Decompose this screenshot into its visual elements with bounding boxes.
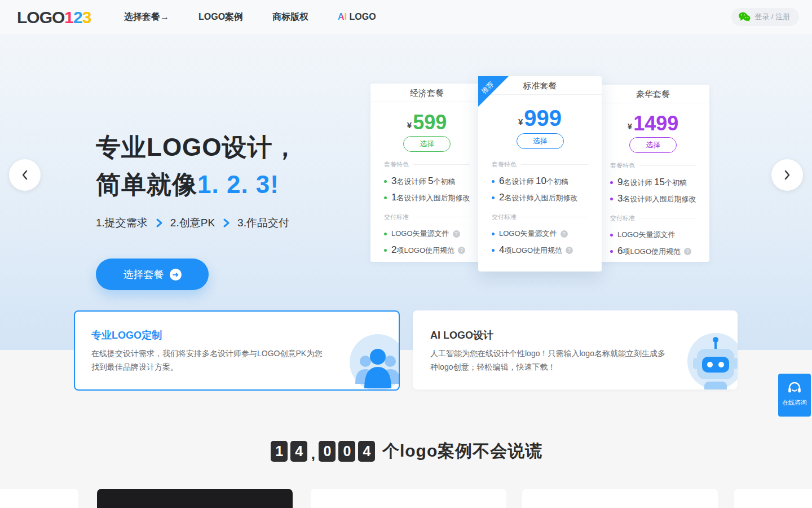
- feature-row: 2名设计师入围后期修改: [492, 192, 588, 203]
- info-card-body: 人工智能为您在线设计个性logo！只需输入logo名称就能立刻生成多种logo创…: [430, 347, 667, 374]
- gallery-card[interactable]: [0, 489, 78, 508]
- help-icon[interactable]: ?: [453, 230, 460, 238]
- help-icon[interactable]: ?: [566, 247, 573, 254]
- hero-steps: 1.提交需求 2.创意PK 3.作品交付: [96, 216, 289, 230]
- select-plan-button[interactable]: 选择: [629, 137, 677, 153]
- login-register-label: 登录 / 注册: [754, 12, 790, 22]
- delivery-row: 6项LOGO使用规范?: [610, 246, 696, 257]
- plan-card-economy: 经济套餐 ¥599 选择 套餐特色 3名设计师 5个初稿 1名设计师入围后期修改…: [370, 84, 483, 262]
- step-1: 1.提交需求: [96, 216, 148, 230]
- hero-title-line1: 专业LOGO设计，: [96, 133, 298, 161]
- bullet-dot: [610, 234, 613, 237]
- nav-item-logo-cases[interactable]: LOGO案例: [198, 11, 243, 23]
- login-register-button[interactable]: 登录 / 注册: [731, 8, 799, 26]
- step-3: 3.作品交付: [237, 216, 289, 230]
- delivery-label: 交付标准: [384, 213, 470, 221]
- gallery-card[interactable]: [97, 489, 293, 508]
- bullet-dot: [384, 180, 387, 183]
- info-card-title: AI LOGO设计: [430, 329, 493, 342]
- delivery-row: LOGO矢量源文件?: [610, 229, 696, 240]
- price-value: 599: [413, 111, 447, 134]
- features-label: 套餐特色: [492, 160, 588, 169]
- plan-card-standard: 标准套餐 推荐 ¥999 选择 套餐特色 6名设计师 10个初稿 2名设计师入围…: [478, 76, 602, 271]
- plan-card-deluxe: 豪华套餐 ¥1499 选择 套餐特色 9名设计师 15个初稿 3名设计师入围后期…: [597, 85, 709, 262]
- bullet-dot: [492, 180, 495, 183]
- delivery-row: 4项LOGO使用规范?: [492, 244, 588, 256]
- carousel-next-button[interactable]: [771, 159, 803, 191]
- nav-item-trademark[interactable]: 商标版权: [272, 11, 308, 23]
- headset-icon: [787, 380, 802, 395]
- choose-plan-label: 选择套餐: [123, 268, 164, 281]
- arrow-right-circle-icon: ➜: [170, 269, 182, 281]
- bullet-dot: [610, 250, 613, 253]
- nav-menu: 选择套餐→ LOGO案例 商标版权 AI LOGO: [124, 0, 376, 34]
- bullet-dot: [610, 181, 613, 184]
- counter-digit: 0: [338, 441, 355, 462]
- feature-row: 1名设计师入围后期修改: [384, 192, 470, 203]
- choose-plan-button[interactable]: 选择套餐 ➜: [96, 259, 209, 290]
- feature-row: 6名设计师 10个初稿: [492, 176, 588, 187]
- help-icon[interactable]: ?: [684, 248, 691, 255]
- case-counter: 1 4 , 0 0 4 个logo案例不会说谎: [0, 440, 812, 463]
- delivery-row: LOGO矢量源文件?: [492, 228, 588, 239]
- delivery-row: 2项LOGO使用规范?: [384, 244, 470, 256]
- chevron-right-icon: [223, 218, 230, 228]
- counter-digit: 1: [271, 441, 288, 462]
- online-support-widget[interactable]: 在线咨询: [778, 374, 811, 417]
- help-icon[interactable]: ?: [458, 247, 465, 254]
- hero-title-line2: 简单就像: [96, 170, 197, 198]
- currency-symbol: ¥: [518, 117, 523, 126]
- delivery-label: 交付标准: [610, 214, 696, 222]
- nav-item-choose-plan[interactable]: 选择套餐→: [124, 11, 169, 23]
- plan-price: ¥599: [370, 112, 483, 133]
- price-value: 999: [524, 106, 562, 130]
- hero-section: 专业LOGO设计， 简单就像1. 2. 3! 1.提交需求 2.创意PK 3.作…: [0, 34, 812, 350]
- counter-digit: 4: [358, 441, 375, 462]
- select-plan-button[interactable]: 选择: [403, 136, 451, 152]
- price-value: 1499: [633, 112, 678, 135]
- feature-row: 3名设计师 5个初稿: [384, 176, 470, 187]
- step-2: 2.创意PK: [170, 216, 215, 230]
- currency-symbol: ¥: [628, 121, 632, 131]
- tab-card-ai-logo[interactable]: AI LOGO设计 人工智能为您在线设计个性logo！只需输入logo名称就能立…: [413, 310, 738, 389]
- hero-title-accent: 1. 2. 3!: [197, 170, 279, 198]
- feature-row: 9名设计师 15个初稿: [610, 177, 696, 188]
- bullet-dot: [384, 196, 387, 199]
- site-logo[interactable]: LOGO123: [17, 8, 91, 27]
- plan-name: 经济套餐: [370, 84, 483, 102]
- gallery-card[interactable]: [734, 489, 812, 508]
- bullet-dot: [492, 249, 495, 252]
- feature-row: 3名设计师入围后期修改: [610, 193, 696, 204]
- delivery-label: 交付标准: [492, 213, 588, 221]
- plan-price: ¥1499: [597, 113, 709, 134]
- bullet-dot: [492, 233, 495, 235]
- gallery-card[interactable]: [311, 489, 506, 508]
- select-plan-button[interactable]: 选择: [517, 133, 564, 149]
- bullet-dot: [384, 249, 387, 252]
- counter-digit: 4: [290, 441, 307, 462]
- bullet-dot: [492, 196, 495, 199]
- carousel-prev-button[interactable]: [9, 159, 41, 191]
- tab-card-custom-logo[interactable]: 专业LOGO定制 在线提交设计需求，我们将安排多名设计师参与LOGO创意PK为您…: [74, 310, 400, 391]
- features-label: 套餐特色: [610, 161, 696, 170]
- gallery-card[interactable]: [522, 489, 718, 508]
- help-icon[interactable]: ?: [561, 230, 568, 238]
- plan-name: 豪华套餐: [597, 85, 709, 103]
- delivery-row: LOGO矢量源文件?: [384, 228, 470, 239]
- info-card-body: 在线提交设计需求，我们将安排多名设计师参与LOGO创意PK为您找到最佳品牌设计方…: [91, 347, 328, 374]
- top-navbar: LOGO123 选择套餐→ LOGO案例 商标版权 AI LOGO 登录 / 注…: [0, 0, 812, 34]
- counter-suffix: 个logo案例不会说谎: [382, 440, 542, 463]
- info-card-title: 专业LOGO定制: [91, 329, 162, 342]
- currency-symbol: ¥: [407, 120, 412, 130]
- chevron-right-icon: [156, 218, 162, 228]
- hero-title: 专业LOGO设计， 简单就像1. 2. 3!: [96, 129, 298, 203]
- wechat-icon: [738, 12, 751, 22]
- nav-item-ai-logo[interactable]: AI LOGO: [338, 12, 376, 22]
- bullet-dot: [384, 233, 387, 235]
- plan-price: ¥999: [478, 107, 602, 129]
- counter-separator: ,: [311, 445, 315, 463]
- bullet-dot: [610, 198, 613, 200]
- counter-digit: 0: [319, 441, 336, 462]
- robot-icon: [687, 333, 738, 389]
- people-group-icon: [350, 334, 400, 391]
